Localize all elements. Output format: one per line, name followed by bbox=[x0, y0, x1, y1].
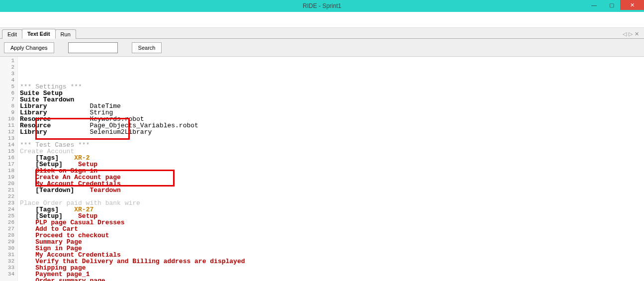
code-line[interactable]: [Setup] Setup bbox=[20, 161, 642, 168]
code-line[interactable]: Shipping page bbox=[20, 265, 642, 271]
line-number: 28 bbox=[0, 232, 14, 239]
line-gutter: 1234567891011121314151617181920212223242… bbox=[0, 57, 18, 281]
code-line[interactable] bbox=[20, 135, 642, 142]
search-input[interactable] bbox=[68, 42, 118, 53]
line-number: 12 bbox=[0, 129, 14, 135]
close-button[interactable]: ✕ bbox=[620, 0, 644, 10]
line-number: 34 bbox=[0, 271, 14, 278]
line-number: 4 bbox=[0, 77, 14, 84]
code-line[interactable]: *** Test Cases *** bbox=[20, 142, 642, 148]
line-number: 26 bbox=[0, 219, 14, 226]
tab-close-icon[interactable]: ✕ bbox=[635, 31, 639, 37]
line-number: 16 bbox=[0, 155, 14, 161]
code-line[interactable]: Proceed to checkout bbox=[20, 232, 642, 239]
code-line[interactable]: Suite Setup bbox=[20, 90, 642, 96]
action-row: Apply Changes Search bbox=[0, 39, 644, 57]
line-number: 29 bbox=[0, 239, 14, 245]
line-number: 22 bbox=[0, 193, 14, 200]
line-number: 15 bbox=[0, 148, 14, 155]
line-number: 30 bbox=[0, 245, 14, 252]
code-line[interactable]: Add to Cart bbox=[20, 226, 642, 232]
line-number: 25 bbox=[0, 213, 14, 219]
window-title: RIDE - Sprint1 bbox=[303, 2, 341, 9]
line-number: 20 bbox=[0, 181, 14, 187]
line-number: 17 bbox=[0, 161, 14, 168]
line-number: 2 bbox=[0, 64, 14, 71]
tab-prev-icon[interactable]: ◁ bbox=[623, 31, 627, 37]
code-area[interactable]: *** Settings ***Suite SetupSuite Teardow… bbox=[18, 57, 644, 281]
line-number: 23 bbox=[0, 200, 14, 206]
line-number: 19 bbox=[0, 174, 14, 181]
editor: 1234567891011121314151617181920212223242… bbox=[0, 57, 644, 281]
tab-row: Edit Text Edit Run ◁ ▷ ✕ bbox=[0, 28, 644, 39]
title-bar: RIDE - Sprint1 — ▢ ✕ bbox=[0, 0, 644, 12]
line-number: 11 bbox=[0, 122, 14, 129]
code-line[interactable]: Order summary page bbox=[20, 278, 642, 281]
line-number: 5 bbox=[0, 84, 14, 90]
tab-next-icon[interactable]: ▷ bbox=[629, 31, 633, 37]
code-line[interactable]: Library Selenium2Library bbox=[20, 129, 642, 135]
code-line[interactable]: Place Order paid with bank wire bbox=[20, 200, 642, 206]
line-number: 33 bbox=[0, 265, 14, 271]
code-line[interactable]: Verify that Delivery and Billing address… bbox=[20, 258, 642, 265]
line-number: 3 bbox=[0, 71, 14, 77]
line-number: 32 bbox=[0, 258, 14, 265]
code-line[interactable]: [Tags] XR-2 bbox=[20, 155, 642, 161]
code-line[interactable]: PLP page Casual Dresses bbox=[20, 219, 642, 226]
line-number: 10 bbox=[0, 116, 14, 122]
line-number: 1 bbox=[0, 58, 14, 64]
line-number: 18 bbox=[0, 168, 14, 174]
code-line[interactable]: [Tags] XR-27 bbox=[20, 206, 642, 213]
line-number: 14 bbox=[0, 142, 14, 148]
toolbar-area bbox=[0, 12, 644, 28]
code-line[interactable]: Summary Page bbox=[20, 239, 642, 245]
line-number: 13 bbox=[0, 135, 14, 142]
line-number: 6 bbox=[0, 90, 14, 96]
tab-text-edit[interactable]: Text Edit bbox=[22, 29, 56, 39]
code-line[interactable]: Payment page_1 bbox=[20, 271, 642, 278]
search-button[interactable]: Search bbox=[132, 42, 162, 53]
code-line[interactable]: [Teardown] Teardown bbox=[20, 187, 642, 193]
line-number: 7 bbox=[0, 96, 14, 103]
line-number: 27 bbox=[0, 226, 14, 232]
code-line[interactable]: Create Account bbox=[20, 148, 642, 155]
line-number: 24 bbox=[0, 206, 14, 213]
minimize-button[interactable]: — bbox=[585, 0, 603, 10]
code-line[interactable]: Library DateTime bbox=[20, 103, 642, 109]
window-controls: — ▢ ✕ bbox=[585, 0, 644, 12]
tab-edit[interactable]: Edit bbox=[2, 29, 22, 39]
tab-nav: ◁ ▷ ✕ bbox=[623, 31, 642, 38]
line-number: 9 bbox=[0, 109, 14, 116]
maximize-button[interactable]: ▢ bbox=[603, 0, 620, 10]
apply-changes-button[interactable]: Apply Changes bbox=[4, 42, 54, 53]
tab-run[interactable]: Run bbox=[55, 29, 76, 39]
line-number: 8 bbox=[0, 103, 14, 109]
line-number: 21 bbox=[0, 187, 14, 193]
line-number: 31 bbox=[0, 252, 14, 258]
code-line[interactable]: *** Settings *** bbox=[20, 84, 642, 90]
